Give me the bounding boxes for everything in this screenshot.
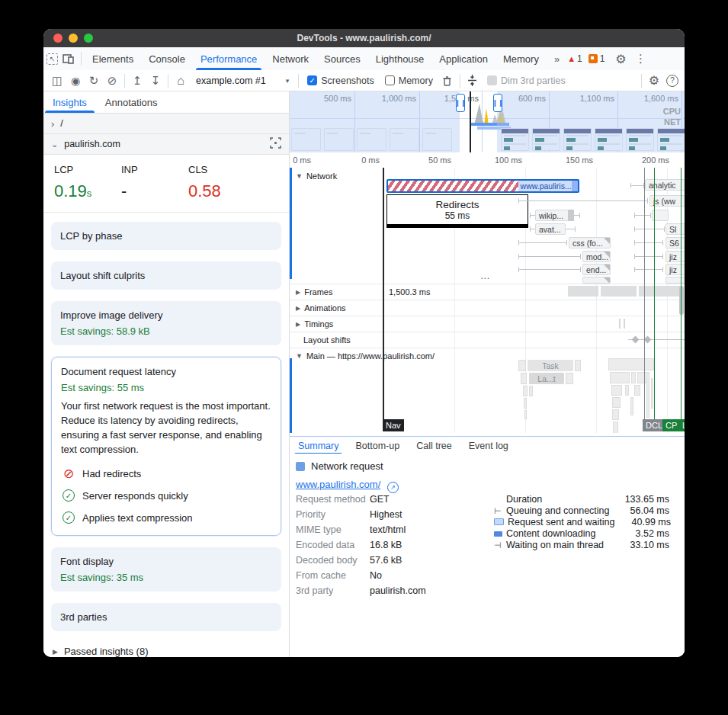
- more-tabs-icon[interactable]: »: [547, 48, 567, 70]
- request-chip[interactable]: wikip...: [535, 210, 570, 221]
- metrics-row: LCP 0.19s INP - CLS 0.58: [43, 155, 289, 213]
- request-chip[interactable]: jiz: [665, 251, 685, 262]
- ruler-tick: 100 ms: [495, 156, 522, 165]
- field-value: GET: [370, 494, 390, 505]
- settings-gear-icon[interactable]: ⚙: [611, 48, 630, 69]
- home-icon[interactable]: ⌂: [172, 72, 190, 90]
- tab-bottom-up[interactable]: Bottom-up: [347, 438, 408, 454]
- request-url-link[interactable]: www.paulirish.com/: [296, 479, 380, 490]
- timings-track[interactable]: ▶ Timings: [290, 316, 685, 332]
- timeline-minimap[interactable]: 500 ms 1,000 ms 1,500 ms 600 ms 1,100 ms…: [290, 91, 685, 153]
- request-chip[interactable]: css (fo...: [569, 237, 611, 248]
- layout-shifts-track[interactable]: Layout shifts: [290, 332, 685, 348]
- more-options-icon[interactable]: ⋮: [630, 48, 650, 69]
- tab-insights[interactable]: Insights: [43, 92, 96, 113]
- lcp-marker[interactable]: CP: [662, 419, 680, 431]
- load-profile-icon[interactable]: ↥: [128, 72, 146, 90]
- warning-icon[interactable]: ▲: [567, 54, 576, 63]
- warning-count[interactable]: 1: [577, 53, 582, 64]
- tab-annotations[interactable]: Annotations: [96, 92, 167, 113]
- tab-event-log[interactable]: Event log: [460, 438, 517, 454]
- vertical-scrollbar[interactable]: [679, 286, 684, 315]
- field-label: 3rd party: [296, 585, 370, 596]
- tab-performance[interactable]: Performance: [193, 48, 265, 70]
- request-chip[interactable]: analytic: [645, 179, 685, 191]
- tab-summary[interactable]: Summary: [290, 438, 347, 454]
- layout-shift-marker[interactable]: [644, 336, 652, 344]
- site-group-row[interactable]: ⌄ paulirish.com: [43, 134, 289, 155]
- issues-icon[interactable]: [588, 54, 598, 63]
- reveal-request-icon[interactable]: ↗: [387, 482, 399, 493]
- toggle-sidebar-icon[interactable]: ◫: [48, 72, 66, 90]
- memory-checkbox[interactable]: Memory: [385, 75, 433, 86]
- network-track[interactable]: ▼ Network www.pauliris... Redirects 55 m…: [290, 168, 685, 284]
- frame-bar: [568, 286, 680, 297]
- track-selected-indicator: [290, 358, 292, 433]
- insight-card-document-request-latency[interactable]: Document request latency Est savings: 55…: [51, 357, 281, 536]
- layout-shift-marker[interactable]: [632, 336, 640, 344]
- tab-lighthouse[interactable]: Lighthouse: [368, 48, 432, 70]
- reload-and-record-icon[interactable]: ↻: [85, 72, 103, 90]
- timing-value: 3.52 ms: [622, 528, 669, 539]
- device-toolbar-icon[interactable]: [58, 48, 78, 69]
- nav-marker[interactable]: Nav: [383, 419, 404, 431]
- record-icon[interactable]: ◉: [66, 72, 85, 90]
- insight-card-font-display[interactable]: Font display Est savings: 35 ms: [51, 547, 281, 592]
- url-group-row[interactable]: › /: [43, 114, 289, 134]
- maximize-window-icon[interactable]: [84, 34, 93, 43]
- passed-insights-row[interactable]: ▶ Passed insights (8): [43, 643, 289, 657]
- titlebar: DevTools - www.paulirish.com/: [43, 29, 685, 47]
- task-chip[interactable]: Task: [528, 360, 573, 371]
- tri-down-icon: ▼: [296, 352, 303, 360]
- save-profile-icon[interactable]: ↧: [146, 72, 165, 90]
- panel-settings-gear-icon[interactable]: ⚙: [645, 72, 663, 90]
- field-value: No: [370, 570, 382, 581]
- animations-track[interactable]: ▶ Animations: [290, 300, 685, 316]
- main-thread-track[interactable]: ▼ Main — https://www.paulirish.com/ Task…: [290, 348, 685, 433]
- field-label: Decoded body: [296, 555, 370, 566]
- shortcut-dialog-icon[interactable]: [463, 72, 482, 90]
- issue-count[interactable]: 1: [600, 53, 605, 64]
- tri-right-icon: ▶: [296, 289, 300, 296]
- check-label: Had redirects: [82, 468, 141, 479]
- request-chip-clipped[interactable]: [582, 277, 611, 284]
- tab-console[interactable]: Console: [141, 48, 193, 70]
- tab-application[interactable]: Application: [431, 48, 495, 70]
- help-icon[interactable]: ?: [663, 72, 681, 90]
- clear-icon[interactable]: ⊘: [103, 72, 121, 90]
- tab-memory[interactable]: Memory: [495, 48, 547, 70]
- timeline-tracks[interactable]: ▼ Network www.pauliris... Redirects 55 m…: [290, 168, 685, 433]
- window-handle-left[interactable]: ❙❙: [456, 94, 465, 112]
- request-chip[interactable]: end...: [582, 264, 611, 275]
- insight-card-3rd-parties[interactable]: 3rd parties: [51, 603, 281, 631]
- resize-dots-icon[interactable]: ⋯: [480, 273, 490, 284]
- close-window-icon[interactable]: [53, 34, 63, 43]
- screenshots-checkbox[interactable]: ✓ Screenshots: [307, 75, 374, 86]
- minimize-window-icon[interactable]: [69, 34, 78, 43]
- collect-garbage-icon[interactable]: [438, 72, 457, 90]
- zoom-to-frame-icon[interactable]: [270, 137, 281, 151]
- request-chip[interactable]: avat...: [535, 223, 566, 235]
- insight-card-layout-shift-culprits[interactable]: Layout shift culprits: [51, 261, 281, 290]
- insight-card-lcp-by-phase[interactable]: LCP by phase: [51, 222, 281, 250]
- window-handle-right[interactable]: ❙❙: [493, 94, 502, 112]
- frames-track[interactable]: ▶ Frames 1,500.3 ms: [290, 284, 685, 300]
- request-chip[interactable]: Sl: [665, 223, 685, 235]
- l-time-line: [681, 168, 681, 431]
- tri-down-icon: ▼: [296, 172, 303, 180]
- inspect-element-icon[interactable]: ↖: [47, 53, 58, 65]
- history-select[interactable]: example.com #1 ▾: [190, 74, 295, 88]
- request-chip[interactable]: jiz: [665, 264, 685, 275]
- l-marker[interactable]: L: [679, 419, 685, 431]
- tab-elements[interactable]: Elements: [85, 48, 141, 70]
- site-group-label: paulirish.com: [64, 139, 120, 149]
- layout-chip[interactable]: La...t: [529, 373, 564, 384]
- request-chip[interactable]: mod...: [582, 251, 611, 262]
- tab-sources[interactable]: Sources: [316, 48, 368, 70]
- tab-network[interactable]: Network: [265, 48, 316, 70]
- insight-card-improve-image-delivery[interactable]: Improve image delivery Est savings: 58.9…: [51, 301, 281, 345]
- request-bar-main-document[interactable]: www.pauliris...: [386, 179, 579, 193]
- tab-call-tree[interactable]: Call tree: [408, 438, 460, 454]
- request-chip-clipped[interactable]: [665, 277, 685, 284]
- request-chip[interactable]: S6: [665, 237, 685, 248]
